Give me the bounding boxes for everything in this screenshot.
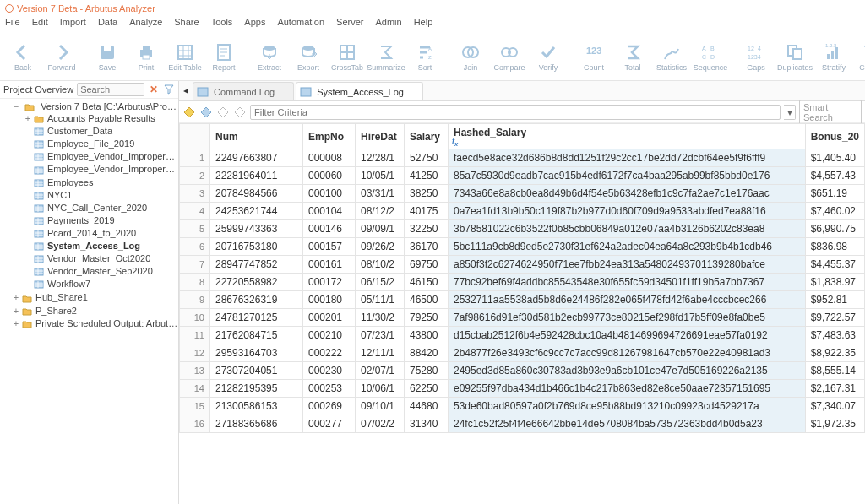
join-button[interactable]: Join — [453, 41, 488, 73]
cell-hashed-salary[interactable]: 3b78581022c6b3522f0b85cbb06849a012e07aa4… — [449, 220, 806, 238]
cell-hiredate[interactable]: 12/11/1 — [356, 344, 405, 362]
cell-bonus[interactable]: $7,340.07 — [805, 398, 864, 415]
cell-salary[interactable]: 62250 — [405, 380, 449, 398]
print-button[interactable]: Print — [128, 41, 164, 73]
column-header[interactable]: HireDat — [356, 124, 405, 149]
diamond-blue-icon[interactable] — [199, 106, 213, 119]
cell-bonus[interactable]: $4,455.37 — [805, 256, 864, 274]
cell-salary[interactable]: 88420 — [405, 344, 449, 362]
filter-criteria-input[interactable] — [250, 105, 781, 120]
tab-log[interactable]: System_Access_Log — [296, 82, 423, 100]
cell-bonus[interactable]: $9,722.57 — [805, 309, 864, 327]
tree-item[interactable]: Workflow7 — [24, 278, 178, 290]
cell-empno[interactable]: 000210 — [303, 327, 356, 344]
cell-hashed-salary[interactable]: 7343a66e8a8cb0ea8d49b6d4f54e5b63428efb1c… — [449, 185, 806, 203]
filter-dropdown-icon[interactable]: ▾ — [784, 105, 796, 120]
cell-num[interactable]: 22720558982 — [210, 274, 303, 291]
tree-item[interactable]: Employee_Vendor_Improper_Paymen — [24, 150, 178, 163]
tree-item[interactable]: Vendor_Master_Oct2020 — [24, 252, 178, 265]
menu-admin[interactable]: Admin — [375, 17, 401, 32]
cell-hashed-salary[interactable]: 77bc92bef69f4addbc85543548e30f655fc59d34… — [449, 274, 806, 291]
tree-item[interactable]: NYC1 — [24, 189, 178, 202]
cell-num[interactable]: 27307204051 — [210, 362, 303, 380]
menu-apps[interactable]: Apps — [244, 17, 265, 32]
cell-bonus[interactable]: $6,990.75 — [805, 220, 864, 238]
table-row[interactable]: 32078498456600010003/31/1382507343a66e8a… — [180, 185, 865, 203]
cell-hashed-salary[interactable]: 5bc111a9cb8d9ed5e2730f31ef624a2adec04ea6… — [449, 238, 806, 256]
tree-item[interactable]: Employees — [24, 176, 178, 189]
cell-hashed-salary[interactable]: a850f3f2c6274624950f71ee7fbb24ea313a5480… — [449, 256, 806, 274]
statistics-button[interactable]: Statistics — [654, 41, 689, 73]
duplicates-button[interactable]: Duplicates — [777, 41, 813, 73]
tree-item[interactable]: Pcard_2014_to_2020 — [24, 227, 178, 240]
table-row[interactable]: 42425362174400010408/12/2401750a7ea1fd13… — [180, 203, 865, 220]
expand-icon[interactable]: + — [12, 318, 20, 328]
edit-table-button[interactable]: Edit Table — [167, 41, 203, 73]
cell-bonus[interactable]: $4,557.43 — [805, 167, 864, 185]
menu-tools[interactable]: Tools — [211, 17, 233, 32]
cell-bonus[interactable]: $952.81 — [805, 291, 864, 309]
cell-hiredate[interactable]: 05/11/1 — [356, 291, 405, 309]
table-row[interactable]: 122959316470300022212/11/1884202b4877f26… — [180, 344, 865, 362]
cell-hashed-salary[interactable]: 0a7ea1fd13b9b50c119f87b2b977d0d60f709d9a… — [449, 203, 806, 220]
total-button[interactable]: Total — [615, 41, 650, 73]
cell-hashed-salary[interactable]: faecd5e8ace32d686b8d8dd1251f29c2cc17be2d… — [449, 149, 806, 167]
cell-num[interactable]: 28947747852 — [210, 256, 303, 274]
cell-salary[interactable]: 36170 — [405, 238, 449, 256]
cell-empno[interactable]: 000201 — [303, 309, 356, 327]
cell-bonus[interactable]: $836.98 — [805, 238, 864, 256]
smart-search-button[interactable]: Smart Search — [799, 100, 862, 125]
cell-salary[interactable]: 52750 — [405, 149, 449, 167]
menu-data[interactable]: Data — [98, 17, 117, 32]
tree-item[interactable]: Payments_2019 — [24, 214, 178, 227]
sequence-button[interactable]: ABCDSequence — [693, 41, 728, 73]
tree-item[interactable]: +Accounts Payable Results — [24, 112, 178, 125]
cell-num[interactable]: 28676326319 — [210, 291, 303, 309]
cell-empno[interactable]: 000060 — [303, 167, 356, 185]
cell-empno[interactable]: 000146 — [303, 220, 356, 238]
stratify-button[interactable]: 1.2.3Stratify — [816, 41, 851, 73]
cell-bonus[interactable]: $1,838.97 — [805, 274, 864, 291]
crosstab-button[interactable]: CrossTab — [329, 41, 365, 73]
cell-empno[interactable]: 000277 — [303, 415, 356, 433]
cell-empno[interactable]: 000161 — [303, 256, 356, 274]
cell-hashed-salary[interactable]: 2b4877f26e3493cf6c9cc7c7acc99d8126798164… — [449, 344, 806, 362]
cell-hiredate[interactable]: 12/28/1 — [356, 149, 405, 167]
cell-salary[interactable]: 46500 — [405, 291, 449, 309]
menu-file[interactable]: File — [5, 17, 20, 32]
table-row[interactable]: 82272055898200017206/15/24615077bc92bef6… — [180, 274, 865, 291]
tree-item[interactable]: Employee_Vendor_Improper_paymen — [24, 163, 178, 176]
cell-hashed-salary[interactable]: 53de60bad80597a0f2b769d8ce95b88bd913210c… — [449, 398, 806, 415]
count-button[interactable]: 123Count — [576, 41, 612, 73]
cell-salary[interactable]: 44680 — [405, 398, 449, 415]
table-row[interactable]: 92867632631900018005/11/1465002532711aa5… — [180, 291, 865, 309]
cell-num[interactable]: 24253621744 — [210, 203, 303, 220]
verify-button[interactable]: Verify — [530, 41, 566, 73]
forward-button[interactable]: Forward — [44, 41, 79, 73]
cell-hiredate[interactable]: 08/10/2 — [356, 256, 405, 274]
diamond-yellow-icon[interactable] — [182, 106, 196, 119]
tree-item[interactable]: Customer_Data — [24, 125, 178, 138]
cell-bonus[interactable]: $2,167.31 — [805, 380, 864, 398]
cell-num[interactable]: 27188365686 — [210, 415, 303, 433]
tab-cmd[interactable]: Command Log — [193, 82, 294, 100]
tree-item[interactable]: +Private Scheduled Output: Arbutus Test — [12, 317, 178, 330]
clear-search-icon[interactable]: ✕ — [148, 84, 160, 95]
tree-root[interactable]: − Version 7 Beta [C:\Arbutus\Projects\Ve… — [12, 100, 178, 291]
column-header[interactable]: Num — [210, 124, 303, 149]
cell-empno[interactable]: 000172 — [303, 274, 356, 291]
cell-bonus[interactable]: $7,460.02 — [805, 203, 864, 220]
cell-bonus[interactable]: $651.19 — [805, 185, 864, 203]
cell-num[interactable]: 29593164703 — [210, 344, 303, 362]
cell-salary[interactable]: 32250 — [405, 220, 449, 238]
sort-button[interactable]: AZSort — [407, 41, 443, 73]
expand-icon[interactable]: + — [12, 292, 20, 302]
tab-nav-left[interactable]: ◂ — [179, 80, 193, 100]
cell-hashed-salary[interactable]: 85a7c5930d9eadb7cac915b4edf6172f7ca4baa2… — [449, 167, 806, 185]
menu-import[interactable]: Import — [60, 17, 86, 32]
cell-empno[interactable]: 000222 — [303, 344, 356, 362]
menu-edit[interactable]: Edit — [32, 17, 48, 32]
cell-num[interactable]: 22281964011 — [210, 167, 303, 185]
export-button[interactable]: Export — [291, 41, 326, 73]
column-header[interactable]: Hashed_Salaryfx — [449, 124, 806, 149]
